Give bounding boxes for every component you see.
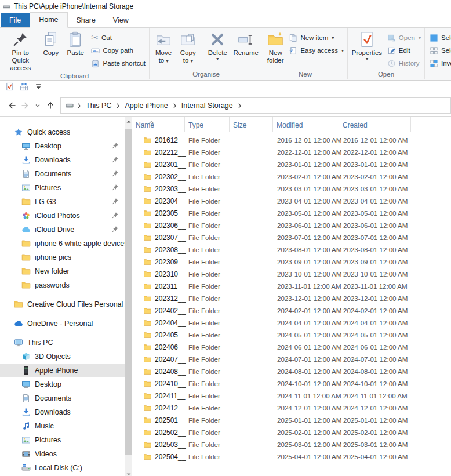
file-row-202301[interactable]: 202301__File Folder2023-01-01 12:00 AM20… (133, 158, 451, 170)
customize-toolbar-button[interactable] (34, 82, 43, 93)
breadcrumb-item-internal-storage[interactable]: Internal Storage (180, 101, 235, 110)
rename-button[interactable]: Rename (231, 30, 261, 57)
file-row-202311[interactable]: 202311__File Folder2023-11-01 12:00 AM20… (133, 280, 451, 292)
tab-view[interactable]: View (104, 13, 137, 27)
history-button[interactable]: History (385, 57, 423, 70)
file-row-202405[interactable]: 202405__File Folder2024-05-01 12:00 AM20… (133, 329, 451, 341)
sidebar-item-icloud-drive[interactable]: iCloud Drive (0, 223, 125, 237)
invert-selection-button[interactable]: Invert selection (428, 57, 451, 70)
file-row-201612[interactable]: 201612__File Folder2016-12-01 12:00 AM20… (133, 134, 451, 146)
file-row-202406[interactable]: 202406__File Folder2024-06-01 12:00 AM20… (133, 341, 451, 353)
sidebar-item-pictures[interactable]: Pictures (0, 181, 125, 195)
file-row-202503[interactable]: 202503__File Folder2025-03-01 12:00 AM20… (133, 438, 451, 450)
sidebar-item-creative-cloud-files-personal-ac[interactable]: Creative Cloud Files Personal Ac (0, 297, 125, 311)
breadcrumb-chevron-icon[interactable] (74, 103, 84, 109)
folder-icon (21, 253, 31, 262)
sidebar-item-iphone-6-white-apple-devices-p[interactable]: iphone 6 white apple devices p (0, 237, 125, 250)
cut-button[interactable]: ✂Cut (89, 31, 147, 44)
sidebar-item-music[interactable]: Music (0, 419, 125, 433)
column-header-created[interactable]: Created (339, 117, 411, 132)
sidebar-item-new-folder[interactable]: New folder (0, 264, 125, 278)
sidebar-scrollbar[interactable] (125, 117, 132, 476)
file-row-202302[interactable]: 202302__File Folder2023-02-01 12:00 AM20… (133, 170, 451, 183)
sidebar-item-iphone-pics[interactable]: iphone pics (0, 250, 125, 264)
file-row-202305[interactable]: 202305__File Folder2023-05-01 12:00 AM20… (133, 207, 451, 219)
copy-path-button[interactable]: WCopy path (89, 44, 147, 57)
edit-button[interactable]: Edit (385, 44, 423, 57)
scroll-up-arrow[interactable] (125, 117, 132, 125)
properties-button[interactable]: Properties▾ (350, 30, 384, 61)
easy-access-button[interactable]: Easy access▾ (287, 44, 345, 57)
address-bar[interactable]: This PCApple iPhoneInternal Storage (60, 97, 451, 114)
tab-share[interactable]: Share (68, 13, 104, 27)
file-row-202411[interactable]: 202411__File Folder2024-11-01 12:00 AM20… (133, 390, 451, 402)
pin-to-quick-access-button[interactable]: Pin to Quick access (2, 30, 39, 72)
file-row-202502[interactable]: 202502__File Folder2025-02-01 12:00 AM20… (133, 426, 451, 438)
size-all-columns-button[interactable] (20, 82, 28, 93)
tab-home[interactable]: Home (30, 12, 67, 28)
sidebar-item-icloud-photos[interactable]: iCloud Photos (0, 209, 125, 223)
sidebar-item-3d-objects[interactable]: 3D Objects (0, 350, 125, 364)
delete-button[interactable]: Delete▾ (204, 30, 231, 61)
select-all-button[interactable]: Select all (428, 31, 451, 44)
sidebar-item-onedrive-personal[interactable]: OneDrive - Personal (0, 317, 125, 330)
file-row-202308[interactable]: 202308__File Folder2023-08-01 12:00 AM20… (133, 244, 451, 256)
file-row-202402[interactable]: 202402__File Folder2024-02-01 12:00 AM20… (133, 304, 451, 317)
back-button[interactable] (6, 99, 19, 112)
column-header-size[interactable]: Size (230, 117, 273, 132)
sidebar-item-videos[interactable]: Videos (0, 447, 125, 461)
breadcrumb-item-this-pc[interactable]: This PC (84, 101, 113, 110)
file-row-202404[interactable]: 202404__File Folder2024-04-01 12:00 AM20… (133, 317, 451, 329)
recent-locations-dropdown[interactable] (31, 99, 44, 112)
file-row-202309[interactable]: 202309__File Folder2023-09-01 12:00 AM20… (133, 256, 451, 268)
file-row-202304[interactable]: 202304__File Folder2023-04-01 12:00 AM20… (133, 195, 451, 207)
file-row-202303[interactable]: 202303__File Folder2023-03-01 12:00 AM20… (133, 183, 451, 195)
forward-button[interactable] (19, 99, 31, 112)
column-header-type[interactable]: Type (185, 117, 230, 132)
file-row-202410[interactable]: 202410__File Folder2024-10-01 12:00 AM20… (133, 377, 451, 390)
sidebar-item-documents[interactable]: Documents (0, 167, 125, 181)
paste-shortcut-button[interactable]: Paste shortcut (89, 57, 147, 70)
file-row-202307[interactable]: 202307__File Folder2023-07-01 12:00 AM20… (133, 231, 451, 244)
sidebar-item-passwords[interactable]: passwords (0, 278, 125, 292)
copy-to-button[interactable]: Copy to ▾ (176, 30, 200, 64)
sidebar-item-local-disk-c[interactable]: Local Disk (C:) (0, 461, 125, 475)
sidebar-item-quick-access[interactable]: Quick access (0, 125, 125, 139)
breadcrumb-chevron-icon[interactable] (235, 103, 245, 109)
tab-file[interactable]: File (1, 13, 30, 27)
file-row-202312[interactable]: 202312__File Folder2023-12-01 12:00 AM20… (133, 292, 451, 304)
paste-button[interactable]: Paste (63, 30, 88, 57)
copy-button[interactable]: Copy (39, 30, 63, 57)
move-to-button[interactable]: Move to ▾ (151, 30, 176, 64)
sidebar-item-lg-g3[interactable]: LG G3 (0, 195, 125, 209)
breadcrumb-item-apple-iphone[interactable]: Apple iPhone (123, 101, 169, 110)
file-row-202408[interactable]: 202408__File Folder2024-08-01 12:00 AM20… (133, 365, 451, 377)
file-row-202306[interactable]: 202306__File Folder2023-06-01 12:00 AM20… (133, 219, 451, 231)
scroll-down-arrow[interactable] (125, 470, 132, 476)
new-item-button[interactable]: New item▾ (287, 31, 345, 44)
sidebar-item-desktop[interactable]: Desktop (0, 139, 125, 153)
breadcrumb-chevron-icon[interactable] (113, 103, 123, 109)
file-row-202212[interactable]: 202212__File Folder2022-12-01 12:00 AM20… (133, 146, 451, 158)
file-row-202407[interactable]: 202407__File Folder2024-07-01 12:00 AM20… (133, 353, 451, 365)
file-row-202412[interactable]: 202412__File Folder2024-12-01 12:00 AM20… (133, 402, 451, 414)
sidebar-item-pictures[interactable]: Pictures (0, 433, 125, 447)
up-button[interactable] (44, 99, 57, 112)
sidebar-item-desktop[interactable]: Desktop (0, 377, 125, 391)
new-folder-button[interactable]: New folder (265, 30, 286, 64)
sidebar-item-downloads[interactable]: Downloads (0, 405, 125, 419)
sidebar-item-this-pc[interactable]: This PC (0, 336, 125, 350)
properties-shortcut-button[interactable] (5, 82, 14, 93)
open-button[interactable]: Open▾ (385, 31, 423, 44)
file-row-202501[interactable]: 202501__File Folder2025-01-01 12:00 AM20… (133, 414, 451, 426)
file-row-202310[interactable]: 202310__File Folder2023-10-01 12:00 AM20… (133, 268, 451, 280)
select-none-button[interactable]: Select none (428, 44, 451, 57)
scrollbar-thumb[interactable] (125, 129, 132, 455)
column-header-name[interactable]: Name (133, 117, 185, 132)
sidebar-item-downloads[interactable]: Downloads (0, 153, 125, 167)
sidebar-item-apple-iphone[interactable]: Apple iPhone (0, 364, 125, 377)
breadcrumb-chevron-icon[interactable] (170, 103, 180, 109)
file-row-202504[interactable]: 202504__File Folder2025-04-01 12:00 AM20… (133, 450, 451, 463)
column-header-modified[interactable]: Modified (273, 117, 339, 132)
sidebar-item-documents[interactable]: Documents (0, 391, 125, 405)
